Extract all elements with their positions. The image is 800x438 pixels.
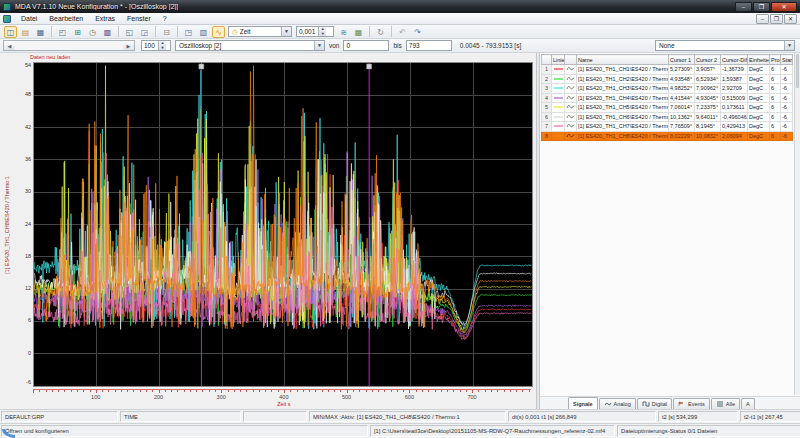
menu-item-datei[interactable]: Datei <box>15 13 43 25</box>
x-tick <box>309 390 310 392</box>
x-tick <box>209 390 210 392</box>
signal-row-6[interactable]: 6[1] ES420_TH1_CH6\ES420 / Thermo:110,13… <box>542 112 793 122</box>
tab-analog[interactable]: Analog <box>599 398 636 409</box>
signal-row-5[interactable]: 5[1] ES420_TH1_CH5\ES420 / Thermo:17,060… <box>542 103 793 113</box>
layout-icon[interactable]: ◳ <box>182 26 195 38</box>
print-icon[interactable]: ⊟ <box>160 26 173 38</box>
x-tick <box>115 390 116 392</box>
signal-name[interactable]: [1] ES420_TH1_CH6\ES420 / Thermo:1 <box>577 112 669 122</box>
menu-item-?[interactable]: ? <box>157 13 173 25</box>
oscilloscope-toolbar: ◀ ▶ 100 ▲▼ Oszilloskop [2]▼ von bis 0.00… <box>0 39 800 53</box>
assign-icon[interactable]: ⊞ <box>71 26 84 38</box>
search-icon[interactable]: ◷ <box>86 26 99 38</box>
signal-row-4[interactable]: 4[1] ES420_TH1_CH4\ES420 / Thermo:14,415… <box>542 93 793 103</box>
footer-cell-1: [1] C:\Users\teatl3ce\Desktop\20151105-M… <box>370 425 615 437</box>
all-signals-icon <box>716 401 724 407</box>
filter-combo[interactable]: None▼ <box>655 40 795 51</box>
menu-item-bearbeiten[interactable]: Bearbeiten <box>43 13 89 25</box>
tab-events[interactable]: Events <box>673 398 710 409</box>
time-axis-combo[interactable]: ◷ Zeit▼ <box>228 26 292 37</box>
column-header-2[interactable] <box>565 55 577 65</box>
window-icon[interactable]: ◲ <box>138 26 151 38</box>
tab-signale[interactable]: Signale <box>568 397 598 409</box>
grid-icon[interactable]: ▦ <box>352 26 365 38</box>
signal-name[interactable]: [1] ES420_TH1_CH7\ES420 / Thermo:1 <box>577 122 669 132</box>
signal-name[interactable]: [1] ES420_TH1_CH2\ES420 / Thermo:1 <box>577 74 669 84</box>
signal-row-7[interactable]: 7[1] ES420_TH1_CH7\ES420 / Thermo:17,765… <box>542 122 793 132</box>
column-header-4[interactable]: Cursor 1 <box>669 55 695 65</box>
signal-row-8[interactable]: 8[1] ES420_TH1_CH8\ES420 / Thermo:18,022… <box>542 131 793 141</box>
cursor-1-handle[interactable] <box>199 64 204 69</box>
signal-name[interactable]: [1] ES420_TH1_CH5\ES420 / Thermo:1 <box>577 103 669 113</box>
signal-name[interactable]: [1] ES420_TH1_CH8\ES420 / Thermo:1 <box>577 131 669 141</box>
signal-table-header[interactable]: LinienNameCursor 1Cursor 2Cursor-Diff.Ei… <box>542 55 793 65</box>
time-scrollbar[interactable]: ◀ ▶ <box>3 40 135 51</box>
save-icon[interactable]: ▦ <box>34 26 47 38</box>
config-icon[interactable]: ▩ <box>101 26 114 38</box>
close-button[interactable]: ✕ <box>771 2 797 12</box>
window-title: MDA V7.1.10 Neue Konfiguration * - [Oszi… <box>15 3 178 10</box>
scrollbar-thumb[interactable] <box>796 54 799 88</box>
column-header-8[interactable]: Pro-Div <box>770 55 781 65</box>
undo-icon[interactable]: ↶ <box>396 26 409 38</box>
vertical-scrollbar[interactable] <box>794 53 800 395</box>
title-bar[interactable]: MDA V7.1.10 Neue Konfiguration * - [Oszi… <box>0 0 800 13</box>
redo-icon[interactable]: ↷ <box>411 26 424 38</box>
tab-alle[interactable]: Alle <box>711 398 740 409</box>
raster-spinner[interactable]: 0,001 ▲▼ <box>296 26 334 37</box>
von-input[interactable] <box>343 40 389 51</box>
start-value: -6 <box>781 84 793 94</box>
column-header-9[interactable]: Startwert <box>781 55 793 65</box>
line-swatch <box>552 65 565 75</box>
tab-digital[interactable]: Digital <box>637 398 672 409</box>
cursor2-value: 7,90962° <box>695 84 721 94</box>
unit-value: DegC <box>748 122 770 132</box>
column-header-5[interactable]: Cursor 2 <box>695 55 721 65</box>
signal-row-2[interactable]: 2[1] ES420_TH1_CH2\ES420 / Thermo:14,935… <box>542 74 793 84</box>
mda-application-window: MDA V7.1.10 Neue Konfiguration * - [Oszi… <box>0 0 800 438</box>
open-icon[interactable]: ▤ <box>19 26 32 38</box>
mdi-close-button[interactable]: ✕ <box>784 14 797 24</box>
datasets-icon[interactable]: ◰ <box>56 26 69 38</box>
column-header-6[interactable]: Cursor-Diff. <box>721 55 748 65</box>
signal-icon-cell <box>565 93 577 103</box>
layout2-icon[interactable]: ▧ <box>197 26 210 38</box>
toolbar-separator <box>369 26 370 37</box>
zoom-spinner[interactable]: 100 ▲▼ <box>141 40 171 51</box>
spinner-arrows-icon[interactable]: ▲▼ <box>158 41 166 50</box>
new-configuration-icon[interactable]: ◫ <box>4 26 17 38</box>
scroll-right-icon[interactable]: ▶ <box>123 41 134 50</box>
signal-name[interactable]: [1] ES420_TH1_CH4\ES420 / Thermo:1 <box>577 93 669 103</box>
mdi-minimize-button[interactable]: – <box>756 14 769 24</box>
spinner-arrows-icon[interactable]: ▲▼ <box>318 27 326 36</box>
column-header-3[interactable]: Name <box>577 55 669 65</box>
cursor1-value: 7,76509° <box>669 122 695 132</box>
time-slider-icon[interactable]: ∿ <box>212 26 225 38</box>
x-tick <box>340 390 341 392</box>
mdi-restore-button[interactable]: ❐ <box>770 14 783 24</box>
menu-item-extras[interactable]: Extras <box>89 13 121 25</box>
maximize-button[interactable]: ❐ <box>753 2 770 12</box>
signal-row-3[interactable]: 3[1] ES420_TH1_CH3\ES420 / Thermo:14,982… <box>542 84 793 94</box>
per-div-value: 6 <box>770 103 781 113</box>
start-value: -6 <box>781 74 793 84</box>
view-selector-combo[interactable]: Oszilloskop [2]▼ <box>175 40 325 51</box>
plot-area[interactable] <box>33 62 533 387</box>
sync-icon[interactable]: ↻ <box>374 26 387 38</box>
new-window-icon[interactable]: ◱ <box>123 26 136 38</box>
signal-name[interactable]: [1] ES420_TH1_CH1\ES420 / Thermo:1 <box>577 65 669 75</box>
minimize-button[interactable]: – <box>735 2 752 12</box>
reload-data-note[interactable]: Daten neu laden <box>0 53 536 62</box>
signal-name[interactable]: [1] ES420_TH1_CH3\ES420 / Thermo:1 <box>577 84 669 94</box>
scroll-left-icon[interactable]: ◀ <box>4 41 15 50</box>
cursor-diff-value: 2,06094 <box>721 131 748 141</box>
signal-row-1[interactable]: 1[1] ES420_TH1_CH1\ES420 / Thermo:15,273… <box>542 65 793 75</box>
link-icon[interactable]: ≋ <box>337 26 350 38</box>
column-header-0[interactable] <box>542 55 552 65</box>
column-header-7[interactable]: Einheiten <box>748 55 770 65</box>
cursor-2-handle[interactable] <box>367 64 372 69</box>
column-header-1[interactable]: Linien <box>552 55 565 65</box>
tab-a[interactable]: A <box>741 398 755 409</box>
menu-item-fenster[interactable]: Fenster <box>121 13 157 25</box>
bis-input[interactable] <box>406 40 452 51</box>
